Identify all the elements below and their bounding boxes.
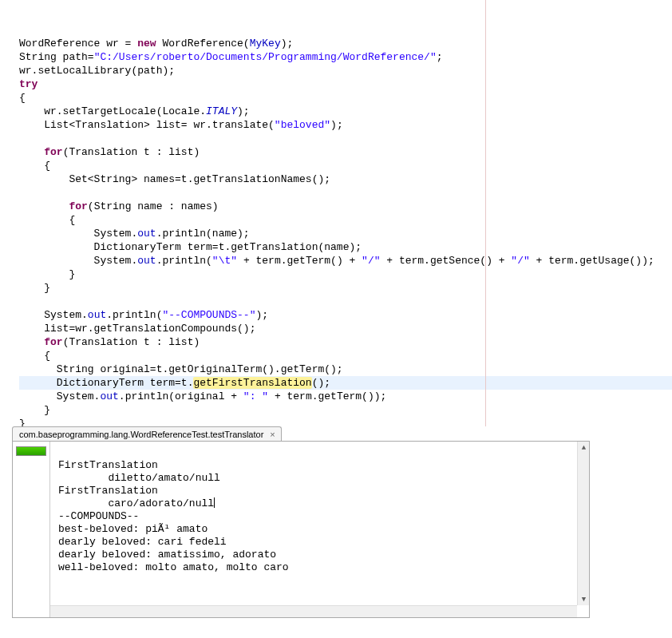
code-line: System.out.println(original + ": " + ter… <box>19 390 386 402</box>
code-line: wr.setTargetLocale(Locale.ITALY); <box>19 105 250 117</box>
code-line: DictionaryTerm term=t.getTranslation(nam… <box>19 241 362 253</box>
console-line: diletto/amato/null <box>58 472 220 484</box>
scroll-down-icon[interactable]: ▼ <box>578 593 590 605</box>
console-output[interactable]: FirstTranslation diletto/amato/null Firs… <box>50 442 589 617</box>
code-line: System.out.println("\t" + term.getTerm()… <box>19 255 654 267</box>
code-line: { <box>19 350 50 362</box>
code-line: WordReference wr = new WordReference(MyK… <box>19 38 293 50</box>
code-line: Set<String> names=t.getTranslationNames(… <box>19 173 330 185</box>
horizontal-scrollbar[interactable] <box>50 605 577 617</box>
code-line: String original=t.getOriginalTerm().getT… <box>19 363 343 375</box>
code-line: System.out.println("--COMPOUNDS--"); <box>19 309 268 321</box>
occurrence-highlight: getFirstTranslation <box>193 377 311 389</box>
code-line: { <box>19 214 75 226</box>
test-tab[interactable]: com.baseprogramming.lang.WordReferenceTe… <box>12 426 282 441</box>
tab-bar: com.baseprogramming.lang.WordReferenceTe… <box>12 426 590 441</box>
code-line: } <box>19 268 75 280</box>
console-line: FirstTranslation <box>58 485 158 497</box>
code-line: list=wr.getTranslationCompounds(); <box>19 323 255 335</box>
close-icon[interactable]: × <box>268 430 276 439</box>
console-body: FirstTranslation diletto/amato/null Firs… <box>12 441 590 618</box>
code-line: List<Translation> list= wr.translate("be… <box>19 119 343 131</box>
code-line: System.out.println(name); <box>19 228 250 240</box>
text-cursor <box>214 497 215 508</box>
print-margin <box>485 0 486 430</box>
console-line: FirstTranslation <box>58 459 158 471</box>
console-line: dearly beloved: amatissimo, adorato <box>58 549 276 561</box>
console-line: caro/adorato/null <box>58 497 215 509</box>
code-line: String path="C:/Users/roberto/Documents/… <box>19 51 443 63</box>
code-line: for(String name : names) <box>19 200 219 212</box>
vertical-scrollbar[interactable]: ▲ ▼ <box>577 442 589 605</box>
console-line: well-beloved: molto amato, molto caro <box>58 561 289 573</box>
test-progress-column <box>13 442 50 617</box>
console-line: --COMPOUNDS-- <box>58 510 139 522</box>
code-line: try <box>19 78 38 90</box>
console-line: best-beloved: piÃ¹ amato <box>58 523 208 535</box>
console-line: dearly beloved: cari fedeli <box>58 536 227 548</box>
code-line-current: DictionaryTerm term=t.getFirstTranslatio… <box>19 376 672 390</box>
tab-label: com.baseprogramming.lang.WordReferenceTe… <box>19 430 263 439</box>
scroll-up-icon[interactable]: ▲ <box>578 442 590 454</box>
code-editor[interactable]: WordReference wr = new WordReference(MyK… <box>0 0 672 430</box>
code-line: { <box>19 92 26 104</box>
test-progress-bar <box>16 446 46 456</box>
code-line: } <box>19 404 50 416</box>
code-line: } <box>19 282 50 294</box>
code-line: wr.setLocalLibrary(path); <box>19 65 175 77</box>
code-line: for(Translation t : list) <box>19 146 200 158</box>
code-line: for(Translation t : list) <box>19 336 200 348</box>
code-line: { <box>19 160 50 172</box>
console-panel: com.baseprogramming.lang.WordReferenceTe… <box>12 426 590 618</box>
